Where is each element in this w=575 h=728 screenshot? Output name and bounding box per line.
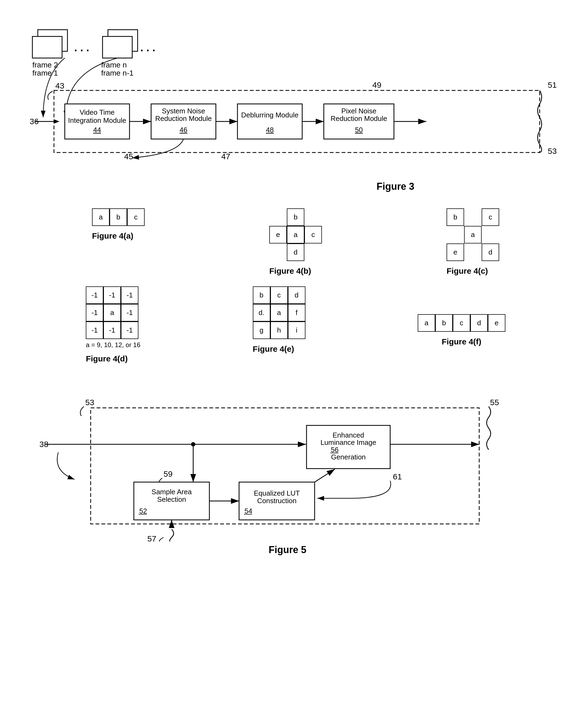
svg-text:55: 55 (490, 398, 499, 407)
cell-h5: h (270, 322, 288, 339)
figure4-row2: -1 -1 -1 -1 a -1 -1 -1 -1 a = 9, 10, 12,… (22, 287, 553, 363)
figure4-section: a b c Figure 4(a) b e a c d Figure 4(b) (22, 208, 553, 275)
svg-rect-6 (103, 36, 132, 58)
svg-text:. . .: . . . (140, 41, 156, 54)
svg-text:47: 47 (221, 152, 230, 161)
cell-b2: b (287, 208, 304, 226)
svg-text:Equalized LUT: Equalized LUT (253, 489, 300, 497)
svg-text:frame 2: frame 2 (32, 61, 58, 69)
svg-text:59: 59 (164, 469, 172, 478)
cell-a: a (92, 208, 109, 226)
svg-text:Reduction Module: Reduction Module (331, 114, 387, 123)
svg-text:Selection: Selection (157, 495, 186, 503)
svg-text:56: 56 (331, 445, 339, 454)
figure4d-grid: -1 -1 -1 -1 a -1 -1 -1 -1 (86, 287, 138, 339)
svg-text:Luminance Image: Luminance Image (320, 438, 376, 446)
figure4d-item: -1 -1 -1 -1 a -1 -1 -1 -1 a = 9, 10, 12,… (86, 287, 140, 363)
cell-n1b: -1 (103, 287, 121, 304)
svg-text:Deblurring Module: Deblurring Module (241, 111, 298, 119)
cell-d5b: d. (253, 304, 270, 322)
cell-a2: a (287, 226, 304, 243)
svg-text:53: 53 (85, 398, 94, 407)
cell-f5: f (288, 304, 305, 322)
cell-empty5 (464, 208, 482, 226)
cell-empty3 (269, 243, 287, 261)
svg-text:57: 57 (147, 534, 156, 541)
figure4f-title: Figure 4(f) (442, 337, 481, 346)
figure5-title: Figure 5 (268, 544, 306, 555)
svg-text:38: 38 (39, 440, 48, 449)
svg-text:Sample Area: Sample Area (151, 488, 192, 496)
cell-e: e (269, 226, 287, 243)
figure4e-title: Figure 4(e) (253, 344, 294, 354)
cell-n1f: -1 (86, 322, 103, 339)
svg-text:43: 43 (55, 81, 64, 90)
svg-text:36: 36 (30, 117, 39, 126)
cell-d5: d (288, 287, 305, 304)
figure3-section: frame 2 frame 1 . . . frame n frame n-1 … (22, 22, 553, 192)
figure4a-item: a b c Figure 4(a) (92, 208, 145, 275)
cell-n1e: -1 (121, 304, 138, 322)
cell-empty7 (482, 226, 499, 243)
cell-d: d (287, 243, 304, 261)
cell-empty (269, 208, 287, 226)
cell-i5: i (288, 322, 305, 339)
cell-c6: c (453, 314, 470, 332)
cell-a4: a (103, 304, 121, 322)
cell-n1h: -1 (121, 322, 138, 339)
svg-text:50: 50 (355, 126, 363, 134)
figure4a-title: Figure 4(a) (92, 231, 133, 240)
cell-d2: d (482, 243, 499, 261)
cell-g5: g (253, 322, 270, 339)
cell-d6: d (470, 314, 488, 332)
svg-text:54: 54 (244, 507, 252, 515)
cell-e6: e (488, 314, 505, 332)
figure4d-title: Figure 4(d) (86, 354, 128, 363)
cell-empty6 (446, 226, 464, 243)
cell-c: c (127, 208, 145, 226)
cell-b6: b (435, 314, 453, 332)
figure4c-item: b c a e d Figure 4(c) (446, 208, 499, 275)
svg-text:Enhanced: Enhanced (332, 431, 364, 439)
cell-empty8 (464, 243, 482, 261)
cell-n1c: -1 (121, 287, 138, 304)
cell-e2: e (446, 243, 464, 261)
svg-text:48: 48 (266, 126, 274, 134)
cell-empty2 (304, 208, 322, 226)
figure4b-grid: b e a c d (269, 208, 322, 261)
figure4c-title: Figure 4(c) (446, 266, 488, 275)
svg-text:45: 45 (124, 152, 133, 161)
svg-text:51: 51 (548, 80, 556, 89)
figure4e-grid: b c d d. a f g h i (253, 287, 305, 339)
figure4d-note: a = 9, 10, 12, or 16 (86, 341, 140, 349)
svg-rect-1 (32, 36, 62, 58)
figure4c-grid: b c a e d (446, 208, 499, 261)
figure5-diagram: 53 55 38 Enhanced Luminance Image 56 (31, 390, 544, 541)
svg-text:53: 53 (548, 146, 556, 156)
svg-text:46: 46 (180, 126, 188, 134)
cell-n1d: -1 (86, 304, 103, 322)
cell-n1g: -1 (103, 322, 121, 339)
cell-a3: a (464, 226, 482, 243)
svg-text:Construction: Construction (257, 497, 297, 505)
figure4b-title: Figure 4(b) (269, 266, 311, 275)
svg-marker-15 (54, 119, 59, 124)
svg-text:Pixel Noise: Pixel Noise (341, 107, 376, 115)
svg-text:Integration Module: Integration Module (68, 117, 126, 125)
svg-text:44: 44 (93, 126, 101, 134)
svg-point-48 (191, 442, 195, 446)
figure3-diagram: frame 2 frame 1 . . . frame n frame n-1 … (22, 22, 561, 178)
page: frame 2 frame 1 . . . frame n frame n-1 … (0, 0, 575, 728)
cell-b5: b (253, 287, 270, 304)
figure3-title: Figure 3 (376, 181, 414, 192)
svg-text:Reduction Module: Reduction Module (155, 114, 212, 123)
figure4e-item: b c d d. a f g h i Figure 4(e) (253, 287, 305, 363)
svg-text:. . .: . . . (74, 41, 89, 54)
figure4f-item: a b c d e Figure 4(f) (418, 297, 505, 363)
svg-text:frame n-1: frame n-1 (101, 69, 134, 77)
figure4b-item: b e a c d Figure 4(b) (269, 208, 322, 275)
cell-c3: c (482, 208, 499, 226)
cell-a5: a (270, 304, 288, 322)
svg-text:Video Time: Video Time (79, 108, 115, 117)
cell-b3: b (446, 208, 464, 226)
